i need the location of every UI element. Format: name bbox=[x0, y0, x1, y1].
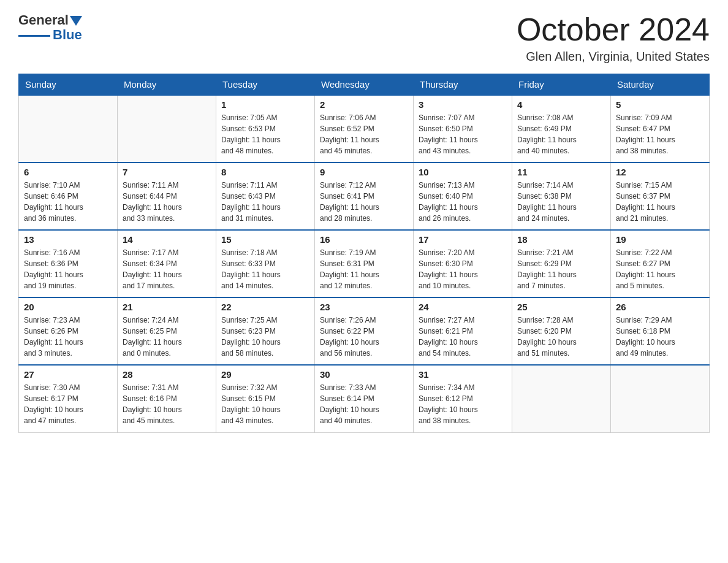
title-area: October 2024 Glen Allen, Virginia, Unite… bbox=[517, 12, 710, 64]
day-info: Sunrise: 7:21 AMSunset: 6:29 PMDaylight:… bbox=[517, 247, 605, 291]
day-number: 26 bbox=[616, 302, 704, 312]
day-info: Sunrise: 7:16 AMSunset: 6:36 PMDaylight:… bbox=[24, 247, 112, 291]
day-info: Sunrise: 7:11 AMSunset: 6:44 PMDaylight:… bbox=[123, 180, 211, 224]
day-info: Sunrise: 7:28 AMSunset: 6:20 PMDaylight:… bbox=[517, 315, 605, 359]
calendar-cell: 4Sunrise: 7:08 AMSunset: 6:49 PMDaylight… bbox=[512, 95, 611, 163]
calendar-cell: 5Sunrise: 7:09 AMSunset: 6:47 PMDaylight… bbox=[611, 95, 710, 163]
day-info: Sunrise: 7:31 AMSunset: 6:16 PMDaylight:… bbox=[123, 382, 211, 426]
calendar-cell: 16Sunrise: 7:19 AMSunset: 6:31 PMDayligh… bbox=[315, 230, 414, 297]
day-info: Sunrise: 7:09 AMSunset: 6:47 PMDaylight:… bbox=[616, 112, 704, 156]
day-info: Sunrise: 7:12 AMSunset: 6:41 PMDaylight:… bbox=[320, 180, 408, 224]
header-wednesday: Wednesday bbox=[315, 74, 414, 96]
header-saturday: Saturday bbox=[611, 74, 710, 96]
calendar-cell: 14Sunrise: 7:17 AMSunset: 6:34 PMDayligh… bbox=[118, 230, 216, 297]
calendar-cell: 10Sunrise: 7:13 AMSunset: 6:40 PMDayligh… bbox=[414, 163, 512, 230]
day-number: 14 bbox=[123, 234, 211, 245]
calendar-table: SundayMondayTuesdayWednesdayThursdayFrid… bbox=[18, 74, 710, 433]
day-info: Sunrise: 7:05 AMSunset: 6:53 PMDaylight:… bbox=[221, 112, 309, 156]
day-number: 8 bbox=[221, 167, 309, 177]
calendar-cell: 12Sunrise: 7:15 AMSunset: 6:37 PMDayligh… bbox=[611, 163, 710, 230]
calendar-cell: 24Sunrise: 7:27 AMSunset: 6:21 PMDayligh… bbox=[414, 297, 512, 365]
header-friday: Friday bbox=[512, 74, 611, 96]
day-number: 31 bbox=[419, 369, 507, 380]
week-row-1: 1Sunrise: 7:05 AMSunset: 6:53 PMDaylight… bbox=[19, 95, 710, 163]
day-number: 9 bbox=[320, 167, 408, 177]
week-row-2: 6Sunrise: 7:10 AMSunset: 6:46 PMDaylight… bbox=[19, 163, 710, 230]
day-number: 2 bbox=[320, 99, 408, 110]
calendar-cell: 21Sunrise: 7:24 AMSunset: 6:25 PMDayligh… bbox=[118, 297, 216, 365]
day-number: 19 bbox=[616, 234, 704, 245]
day-info: Sunrise: 7:10 AMSunset: 6:46 PMDaylight:… bbox=[24, 180, 112, 224]
calendar-cell: 31Sunrise: 7:34 AMSunset: 6:12 PMDayligh… bbox=[414, 365, 512, 432]
logo: General Blue bbox=[18, 12, 82, 43]
day-info: Sunrise: 7:07 AMSunset: 6:50 PMDaylight:… bbox=[419, 112, 507, 156]
calendar-cell: 17Sunrise: 7:20 AMSunset: 6:30 PMDayligh… bbox=[414, 230, 512, 297]
day-number: 18 bbox=[517, 234, 605, 245]
calendar-cell: 18Sunrise: 7:21 AMSunset: 6:29 PMDayligh… bbox=[512, 230, 611, 297]
day-info: Sunrise: 7:26 AMSunset: 6:22 PMDaylight:… bbox=[320, 315, 408, 359]
calendar-cell: 22Sunrise: 7:25 AMSunset: 6:23 PMDayligh… bbox=[216, 297, 315, 365]
logo-triangle-icon bbox=[70, 16, 82, 26]
day-number: 12 bbox=[616, 167, 704, 177]
calendar-cell: 2Sunrise: 7:06 AMSunset: 6:52 PMDaylight… bbox=[315, 95, 414, 163]
calendar-cell bbox=[611, 365, 710, 432]
day-number: 5 bbox=[616, 99, 704, 110]
calendar-cell: 7Sunrise: 7:11 AMSunset: 6:44 PMDaylight… bbox=[118, 163, 216, 230]
header-tuesday: Tuesday bbox=[216, 74, 315, 96]
day-info: Sunrise: 7:24 AMSunset: 6:25 PMDaylight:… bbox=[123, 315, 211, 359]
day-number: 22 bbox=[221, 302, 309, 312]
day-info: Sunrise: 7:19 AMSunset: 6:31 PMDaylight:… bbox=[320, 247, 408, 291]
day-info: Sunrise: 7:06 AMSunset: 6:52 PMDaylight:… bbox=[320, 112, 408, 156]
calendar-cell: 25Sunrise: 7:28 AMSunset: 6:20 PMDayligh… bbox=[512, 297, 611, 365]
day-number: 21 bbox=[123, 302, 211, 312]
day-info: Sunrise: 7:20 AMSunset: 6:30 PMDaylight:… bbox=[419, 247, 507, 291]
calendar-cell bbox=[19, 95, 118, 163]
day-number: 11 bbox=[517, 167, 605, 177]
day-info: Sunrise: 7:23 AMSunset: 6:26 PMDaylight:… bbox=[24, 315, 112, 359]
day-number: 6 bbox=[24, 167, 112, 177]
day-number: 25 bbox=[517, 302, 605, 312]
calendar-cell: 3Sunrise: 7:07 AMSunset: 6:50 PMDaylight… bbox=[414, 95, 512, 163]
calendar-cell: 26Sunrise: 7:29 AMSunset: 6:18 PMDayligh… bbox=[611, 297, 710, 365]
calendar-header-row: SundayMondayTuesdayWednesdayThursdayFrid… bbox=[19, 74, 710, 96]
day-info: Sunrise: 7:34 AMSunset: 6:12 PMDaylight:… bbox=[419, 382, 507, 426]
day-info: Sunrise: 7:25 AMSunset: 6:23 PMDaylight:… bbox=[221, 315, 309, 359]
calendar-cell: 28Sunrise: 7:31 AMSunset: 6:16 PMDayligh… bbox=[118, 365, 216, 432]
logo-blue-text: Blue bbox=[53, 27, 82, 43]
day-number: 1 bbox=[221, 99, 309, 110]
header-thursday: Thursday bbox=[414, 74, 512, 96]
week-row-4: 20Sunrise: 7:23 AMSunset: 6:26 PMDayligh… bbox=[19, 297, 710, 365]
day-number: 23 bbox=[320, 302, 408, 312]
day-number: 13 bbox=[24, 234, 112, 245]
day-info: Sunrise: 7:11 AMSunset: 6:43 PMDaylight:… bbox=[221, 180, 309, 224]
day-number: 10 bbox=[419, 167, 507, 177]
calendar-cell: 27Sunrise: 7:30 AMSunset: 6:17 PMDayligh… bbox=[19, 365, 118, 432]
location-subtitle: Glen Allen, Virginia, United States bbox=[517, 50, 710, 64]
day-info: Sunrise: 7:30 AMSunset: 6:17 PMDaylight:… bbox=[24, 382, 112, 426]
week-row-3: 13Sunrise: 7:16 AMSunset: 6:36 PMDayligh… bbox=[19, 230, 710, 297]
calendar-cell: 13Sunrise: 7:16 AMSunset: 6:36 PMDayligh… bbox=[19, 230, 118, 297]
calendar-cell: 6Sunrise: 7:10 AMSunset: 6:46 PMDaylight… bbox=[19, 163, 118, 230]
calendar-cell: 29Sunrise: 7:32 AMSunset: 6:15 PMDayligh… bbox=[216, 365, 315, 432]
day-number: 3 bbox=[419, 99, 507, 110]
day-info: Sunrise: 7:33 AMSunset: 6:14 PMDaylight:… bbox=[320, 382, 408, 426]
day-number: 15 bbox=[221, 234, 309, 245]
day-number: 4 bbox=[517, 99, 605, 110]
calendar-cell: 23Sunrise: 7:26 AMSunset: 6:22 PMDayligh… bbox=[315, 297, 414, 365]
day-info: Sunrise: 7:29 AMSunset: 6:18 PMDaylight:… bbox=[616, 315, 704, 359]
day-info: Sunrise: 7:17 AMSunset: 6:34 PMDaylight:… bbox=[123, 247, 211, 291]
day-info: Sunrise: 7:18 AMSunset: 6:33 PMDaylight:… bbox=[221, 247, 309, 291]
day-number: 7 bbox=[123, 167, 211, 177]
day-number: 29 bbox=[221, 369, 309, 380]
calendar-cell: 8Sunrise: 7:11 AMSunset: 6:43 PMDaylight… bbox=[216, 163, 315, 230]
week-row-5: 27Sunrise: 7:30 AMSunset: 6:17 PMDayligh… bbox=[19, 365, 710, 432]
day-number: 17 bbox=[419, 234, 507, 245]
main-title: October 2024 bbox=[517, 12, 710, 47]
calendar-cell: 9Sunrise: 7:12 AMSunset: 6:41 PMDaylight… bbox=[315, 163, 414, 230]
calendar-cell: 30Sunrise: 7:33 AMSunset: 6:14 PMDayligh… bbox=[315, 365, 414, 432]
calendar-cell bbox=[512, 365, 611, 432]
header-sunday: Sunday bbox=[19, 74, 118, 96]
day-number: 30 bbox=[320, 369, 408, 380]
logo-line bbox=[18, 35, 50, 37]
day-info: Sunrise: 7:13 AMSunset: 6:40 PMDaylight:… bbox=[419, 180, 507, 224]
